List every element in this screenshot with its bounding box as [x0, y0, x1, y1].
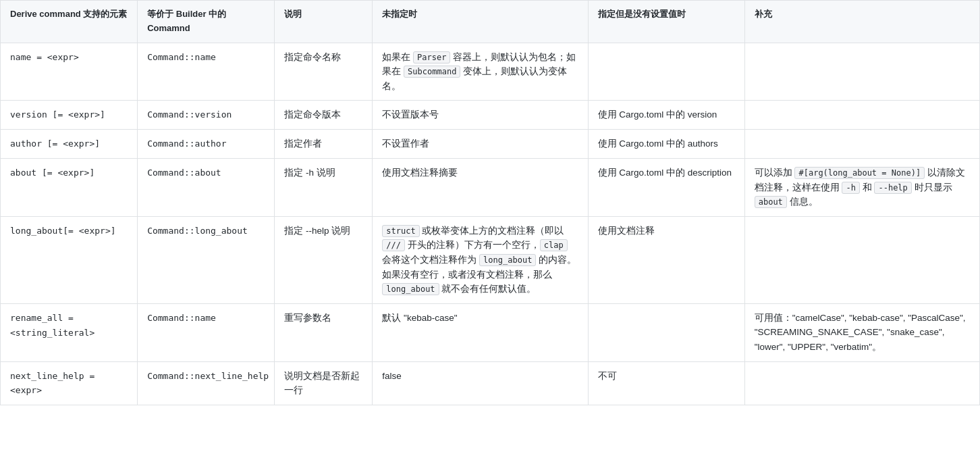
cell-col4: 不设置作者: [373, 130, 588, 159]
table-row: next_line_help = <expr>Command::next_lin…: [1, 361, 980, 405]
cell-col2: Command::long_about: [138, 216, 275, 303]
header-col1: Derive command 支持的元素: [1, 1, 138, 43]
cell-col1: author [= <expr>]: [1, 130, 138, 159]
cell-col3: 指定 -h 说明: [275, 158, 373, 216]
cell-col6: [744, 216, 979, 303]
cell-col3: 指定作者: [275, 130, 373, 159]
header-col6: 补充: [744, 1, 979, 43]
cell-col5: 使用文档注释: [588, 216, 744, 303]
cell-col4: 使用文档注释摘要: [373, 158, 588, 216]
cell-col5: [588, 43, 744, 101]
cell-col3: 指定 --help 说明: [275, 216, 373, 303]
cell-col2: Command::about: [138, 158, 275, 216]
cell-col2: Command::version: [138, 101, 275, 130]
table-row: about [= <expr>]Command::about指定 -h 说明使用…: [1, 158, 980, 216]
cell-col3: 指定命令名称: [275, 43, 373, 101]
cell-col6: [744, 43, 979, 101]
cell-col4: 不设置版本号: [373, 101, 588, 130]
cell-col5: 不可: [588, 361, 744, 405]
cell-col4: 如果在 Parser 容器上，则默认认为包名；如果在 Subcommand 变体…: [373, 43, 588, 101]
cell-col5: 使用 Cargo.toml 中的 authors: [588, 130, 744, 159]
cell-col6: [744, 130, 979, 159]
header-col5: 指定但是没有设置值时: [588, 1, 744, 43]
main-table: Derive command 支持的元素 等价于 Builder 中的 Coma…: [0, 0, 980, 405]
cell-col6: 可用值："camelCase", "kebab-case", "PascalCa…: [744, 303, 979, 361]
cell-col5: [588, 303, 744, 361]
cell-col4: struct 或枚举变体上方的文档注释（即以 /// 开头的注释）下方有一个空行…: [373, 216, 588, 303]
cell-col3: 重写参数名: [275, 303, 373, 361]
table-row: long_about[= <expr>]Command::long_about指…: [1, 216, 980, 303]
cell-col5: 使用 Cargo.toml 中的 description: [588, 158, 744, 216]
cell-col1: name = <expr>: [1, 43, 138, 101]
cell-col6: [744, 361, 979, 405]
table-row: author [= <expr>]Command::author指定作者不设置作…: [1, 130, 980, 159]
cell-col4: false: [373, 361, 588, 405]
header-col3: 说明: [275, 1, 373, 43]
cell-col1: about [= <expr>]: [1, 158, 138, 216]
table-row: version [= <expr>]Command::version指定命令版本…: [1, 101, 980, 130]
cell-col6: 可以添加 #[arg(long_about = None)] 以清除文档注释，这…: [744, 158, 979, 216]
header-col4: 未指定时: [373, 1, 588, 43]
cell-col2: Command::name: [138, 303, 275, 361]
cell-col1: next_line_help = <expr>: [1, 361, 138, 405]
header-col2: 等价于 Builder 中的 Comamnd: [138, 1, 275, 43]
cell-col5: 使用 Cargo.toml 中的 version: [588, 101, 744, 130]
cell-col2: Command::name: [138, 43, 275, 101]
table-row: name = <expr>Command::name指定命令名称如果在 Pars…: [1, 43, 980, 101]
cell-col2: Command::next_line_help: [138, 361, 275, 405]
cell-col1: long_about[= <expr>]: [1, 216, 138, 303]
table-header-row: Derive command 支持的元素 等价于 Builder 中的 Coma…: [1, 1, 980, 43]
cell-col3: 指定命令版本: [275, 101, 373, 130]
table-row: rename_all = <string_literal>Command::na…: [1, 303, 980, 361]
cell-col1: version [= <expr>]: [1, 101, 138, 130]
cell-col2: Command::author: [138, 130, 275, 159]
cell-col4: 默认 "kebab-case": [373, 303, 588, 361]
cell-col3: 说明文档是否新起一行: [275, 361, 373, 405]
cell-col1: rename_all = <string_literal>: [1, 303, 138, 361]
cell-col6: [744, 101, 979, 130]
